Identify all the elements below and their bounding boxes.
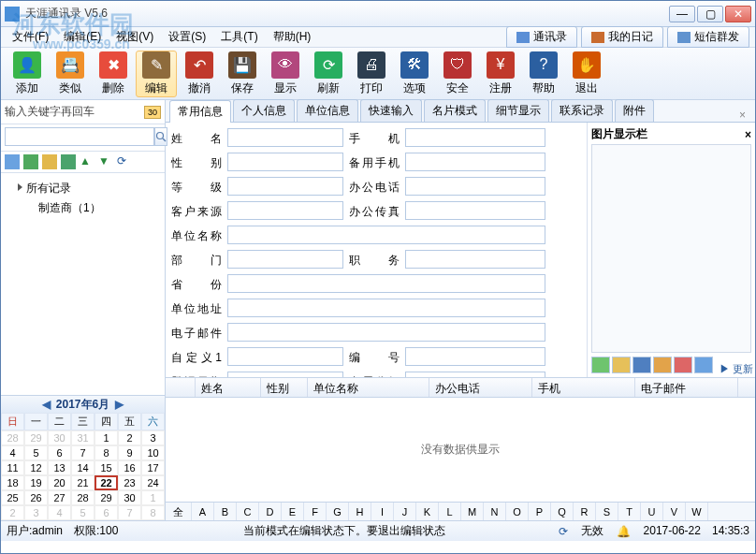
nav-sms[interactable]: 短信群发	[667, 26, 749, 48]
cal-day[interactable]: 7	[71, 445, 94, 460]
cal-day[interactable]: 1	[141, 490, 165, 505]
tree-node-all[interactable]: 所有记录	[5, 179, 161, 198]
img-btn-edit[interactable]	[612, 357, 631, 373]
input-position[interactable]	[405, 250, 545, 269]
cal-day[interactable]: 12	[24, 460, 48, 475]
toolbar-显示[interactable]: 👁显示	[265, 51, 306, 97]
tree-icon-2[interactable]	[23, 154, 38, 169]
cal-day[interactable]: 23	[118, 475, 141, 490]
input-serial[interactable]	[405, 347, 545, 366]
grid-col[interactable]: 办公电话	[429, 378, 532, 397]
alpha-B[interactable]: B	[214, 503, 237, 520]
toolbar-退出[interactable]: ✋退出	[566, 51, 607, 97]
more-link[interactable]: ▶ 更新	[720, 362, 753, 376]
cal-prev[interactable]: ◀	[42, 398, 51, 411]
cal-day[interactable]: 8	[141, 505, 165, 520]
cal-day[interactable]: 29	[94, 490, 118, 505]
tree-refresh-icon[interactable]: ⟳	[117, 154, 132, 169]
input-officetel[interactable]	[405, 177, 545, 196]
input-address[interactable]	[227, 299, 545, 317]
tab-2[interactable]: 单位信息	[297, 99, 358, 122]
cal-day[interactable]: 29	[24, 430, 48, 445]
bell-icon[interactable]: 🔔	[617, 525, 631, 538]
toolbar-类似[interactable]: 📇类似	[50, 51, 91, 97]
input-province[interactable]	[227, 274, 545, 293]
alpha-N[interactable]: N	[484, 503, 506, 520]
cal-day[interactable]: 16	[118, 460, 141, 475]
grid-col[interactable]: 姓名	[196, 378, 261, 397]
cal-day[interactable]: 2	[118, 430, 141, 445]
toolbar-撤消[interactable]: ↶撤消	[179, 51, 220, 97]
tab-6[interactable]: 联系记录	[551, 99, 613, 122]
toolbar-添加[interactable]: 👤添加	[7, 51, 48, 97]
input-source[interactable]	[227, 201, 343, 220]
alpha-I[interactable]: I	[371, 503, 394, 520]
menu-tools[interactable]: 工具(T)	[215, 27, 263, 47]
img-btn-view[interactable]	[694, 357, 713, 373]
alpha-T[interactable]: T	[618, 503, 641, 520]
alpha-O[interactable]: O	[506, 503, 529, 520]
img-btn-open[interactable]	[653, 357, 672, 373]
cal-next[interactable]: ▶	[115, 398, 124, 411]
cal-day[interactable]: 4	[1, 445, 24, 460]
alpha-U[interactable]: U	[641, 503, 663, 520]
alpha-D[interactable]: D	[259, 503, 282, 520]
tree-node-manufacturer[interactable]: 制造商（1）	[5, 198, 161, 218]
cal-day[interactable]: 10	[141, 445, 165, 460]
tree-icon-4[interactable]	[61, 154, 76, 169]
alpha-W[interactable]: W	[686, 503, 708, 520]
cal-day[interactable]: 28	[71, 490, 94, 505]
tab-4[interactable]: 名片模式	[424, 99, 486, 122]
alpha-E[interactable]: E	[282, 503, 304, 520]
cal-day[interactable]: 22	[94, 475, 118, 490]
menu-file[interactable]: 文件(F)	[7, 27, 54, 47]
cal-day[interactable]: 26	[24, 490, 48, 505]
toolbar-安全[interactable]: 🛡安全	[437, 51, 478, 97]
cal-day[interactable]: 14	[71, 460, 94, 475]
tree-icon-1[interactable]	[5, 154, 20, 169]
toolbar-刷新[interactable]: ⟳刷新	[308, 51, 349, 97]
input-custom1[interactable]	[227, 347, 343, 366]
tab-3[interactable]: 快速输入	[360, 99, 422, 122]
tree-down-icon[interactable]: ▼	[98, 154, 113, 169]
cal-day[interactable]: 8	[94, 445, 118, 460]
cal-day[interactable]: 11	[1, 460, 24, 475]
alpha-Q[interactable]: Q	[551, 503, 574, 520]
minimize-button[interactable]: —	[669, 6, 695, 22]
grid-col[interactable]: 性别	[261, 378, 308, 397]
cal-day[interactable]: 20	[48, 475, 71, 490]
cal-day[interactable]: 7	[118, 505, 141, 520]
alpha-R[interactable]: R	[574, 503, 596, 520]
search-input[interactable]	[5, 127, 154, 146]
cal-day[interactable]: 3	[24, 505, 48, 520]
tab-0[interactable]: 常用信息	[169, 100, 231, 123]
tab-7[interactable]: 附件	[615, 99, 654, 122]
cal-day[interactable]: 25	[1, 490, 24, 505]
alpha-K[interactable]: K	[416, 503, 439, 520]
nav-diary[interactable]: 我的日记	[581, 26, 663, 48]
alpha-F[interactable]: F	[304, 503, 327, 520]
input-name[interactable]	[227, 128, 343, 147]
cal-day[interactable]: 5	[24, 445, 48, 460]
input-officefax[interactable]	[405, 201, 545, 220]
input-mobile2[interactable]	[405, 153, 545, 171]
cal-day[interactable]: 6	[48, 445, 71, 460]
toolbar-保存[interactable]: 💾保存	[222, 51, 263, 97]
cal-day[interactable]: 3	[141, 430, 165, 445]
input-dept[interactable]	[227, 250, 343, 269]
refresh-icon[interactable]: ⟳	[559, 525, 568, 538]
menu-view[interactable]: 视图(V)	[110, 27, 159, 47]
alpha-P[interactable]: P	[529, 503, 551, 520]
alpha-G[interactable]: G	[327, 503, 349, 520]
menu-edit[interactable]: 编辑(E)	[58, 27, 107, 47]
alpha-全[interactable]: 全	[166, 503, 192, 520]
toolbar-打印[interactable]: 🖨打印	[351, 51, 392, 97]
cal-day[interactable]: 21	[71, 475, 94, 490]
input-email[interactable]	[227, 323, 545, 342]
menu-settings[interactable]: 设置(S)	[163, 27, 211, 47]
img-btn-save[interactable]	[632, 357, 651, 373]
toolbar-注册[interactable]: ¥注册	[480, 51, 521, 97]
toolbar-编辑[interactable]: ✎编辑	[136, 51, 177, 97]
toolbar-删除[interactable]: ✖删除	[93, 51, 134, 97]
input-company[interactable]	[227, 226, 545, 244]
